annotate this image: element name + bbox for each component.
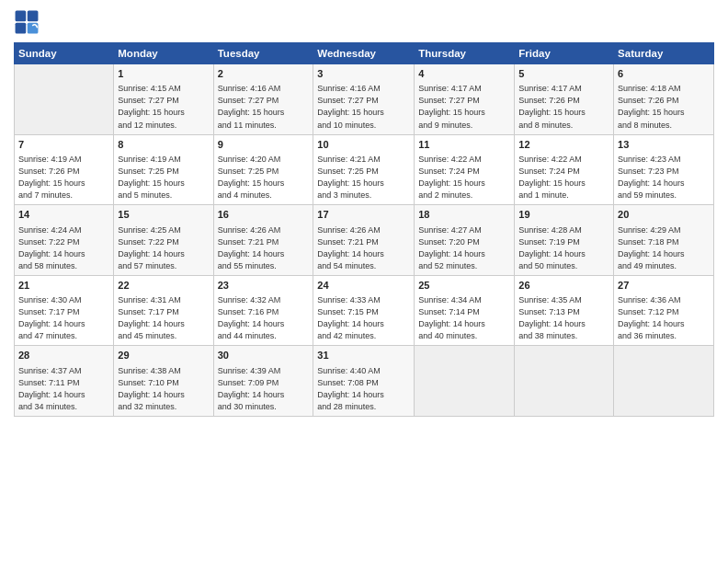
day-number: 20 <box>618 208 710 222</box>
calendar-container: SundayMondayTuesdayWednesdayThursdayFrid… <box>0 0 728 563</box>
calendar-cell: 21Sunrise: 4:30 AM Sunset: 7:17 PM Dayli… <box>15 275 114 346</box>
day-number: 2 <box>218 67 310 81</box>
day-info: Sunrise: 4:29 AM Sunset: 7:18 PM Dayligh… <box>618 224 710 272</box>
day-info: Sunrise: 4:22 AM Sunset: 7:24 PM Dayligh… <box>418 154 510 201</box>
weekday-header: Friday <box>515 43 614 64</box>
day-info: Sunrise: 4:16 AM Sunset: 7:27 PM Dayligh… <box>218 83 310 131</box>
calendar-cell: 19Sunrise: 4:28 AM Sunset: 7:19 PM Dayli… <box>515 205 614 276</box>
calendar-cell <box>614 346 714 417</box>
day-info: Sunrise: 4:26 AM Sunset: 7:21 PM Dayligh… <box>218 224 310 272</box>
calendar-week-row: 7Sunrise: 4:19 AM Sunset: 7:26 PM Daylig… <box>15 134 714 205</box>
day-number: 4 <box>418 67 510 81</box>
day-info: Sunrise: 4:32 AM Sunset: 7:16 PM Dayligh… <box>218 294 310 342</box>
calendar-cell: 11Sunrise: 4:22 AM Sunset: 7:24 PM Dayli… <box>415 134 515 205</box>
day-number: 16 <box>218 208 310 222</box>
day-info: Sunrise: 4:30 AM Sunset: 7:17 PM Dayligh… <box>18 294 109 342</box>
calendar-cell: 28Sunrise: 4:37 AM Sunset: 7:11 PM Dayli… <box>15 346 114 417</box>
day-number: 6 <box>618 67 710 81</box>
day-info: Sunrise: 4:39 AM Sunset: 7:09 PM Dayligh… <box>218 365 310 413</box>
day-number: 12 <box>518 138 609 152</box>
day-number: 21 <box>18 279 109 293</box>
calendar-cell: 24Sunrise: 4:33 AM Sunset: 7:15 PM Dayli… <box>313 275 415 346</box>
calendar-cell: 30Sunrise: 4:39 AM Sunset: 7:09 PM Dayli… <box>213 346 313 417</box>
day-number: 14 <box>18 208 109 222</box>
calendar-cell: 12Sunrise: 4:22 AM Sunset: 7:24 PM Dayli… <box>515 134 614 205</box>
calendar-week-row: 21Sunrise: 4:30 AM Sunset: 7:17 PM Dayli… <box>15 275 714 346</box>
weekday-header: Monday <box>114 43 213 64</box>
day-number: 13 <box>618 138 710 152</box>
day-number: 26 <box>518 279 609 293</box>
calendar-cell: 13Sunrise: 4:23 AM Sunset: 7:23 PM Dayli… <box>614 134 714 205</box>
calendar-cell: 4Sunrise: 4:17 AM Sunset: 7:27 PM Daylig… <box>415 64 515 135</box>
calendar-cell: 29Sunrise: 4:38 AM Sunset: 7:10 PM Dayli… <box>114 346 213 417</box>
day-info: Sunrise: 4:37 AM Sunset: 7:11 PM Dayligh… <box>18 365 109 413</box>
calendar-cell: 9Sunrise: 4:20 AM Sunset: 7:25 PM Daylig… <box>213 134 313 205</box>
day-number: 27 <box>618 279 710 293</box>
day-info: Sunrise: 4:34 AM Sunset: 7:14 PM Dayligh… <box>418 294 510 342</box>
day-info: Sunrise: 4:18 AM Sunset: 7:26 PM Dayligh… <box>618 83 710 131</box>
day-number: 28 <box>18 349 109 362</box>
calendar-cell: 23Sunrise: 4:32 AM Sunset: 7:16 PM Dayli… <box>213 275 313 346</box>
calendar-week-row: 28Sunrise: 4:37 AM Sunset: 7:11 PM Dayli… <box>15 346 714 417</box>
day-number: 29 <box>118 349 209 362</box>
day-info: Sunrise: 4:20 AM Sunset: 7:25 PM Dayligh… <box>218 154 310 201</box>
calendar-cell: 17Sunrise: 4:26 AM Sunset: 7:21 PM Dayli… <box>313 205 415 276</box>
day-number: 22 <box>118 279 209 293</box>
day-info: Sunrise: 4:31 AM Sunset: 7:17 PM Dayligh… <box>118 294 209 342</box>
calendar-cell: 16Sunrise: 4:26 AM Sunset: 7:21 PM Dayli… <box>213 205 313 276</box>
weekday-header-row: SundayMondayTuesdayWednesdayThursdayFrid… <box>15 43 714 64</box>
day-number: 11 <box>418 138 510 152</box>
calendar-cell <box>15 64 114 135</box>
calendar-cell <box>515 346 614 417</box>
day-info: Sunrise: 4:23 AM Sunset: 7:23 PM Dayligh… <box>618 154 710 201</box>
weekday-header: Sunday <box>15 43 114 64</box>
calendar-table: SundayMondayTuesdayWednesdayThursdayFrid… <box>14 42 714 417</box>
calendar-cell: 18Sunrise: 4:27 AM Sunset: 7:20 PM Dayli… <box>415 205 515 276</box>
day-number: 3 <box>317 67 410 81</box>
day-info: Sunrise: 4:24 AM Sunset: 7:22 PM Dayligh… <box>18 224 109 272</box>
calendar-cell: 5Sunrise: 4:17 AM Sunset: 7:26 PM Daylig… <box>515 64 614 135</box>
calendar-cell: 26Sunrise: 4:35 AM Sunset: 7:13 PM Dayli… <box>515 275 614 346</box>
day-number: 7 <box>18 138 109 152</box>
weekday-header: Saturday <box>614 43 714 64</box>
logo-icon <box>14 9 40 35</box>
day-number: 17 <box>317 208 410 222</box>
weekday-header: Tuesday <box>213 43 313 64</box>
day-number: 18 <box>418 208 510 222</box>
calendar-week-row: 1Sunrise: 4:15 AM Sunset: 7:27 PM Daylig… <box>15 64 714 135</box>
day-number: 5 <box>518 67 609 81</box>
day-info: Sunrise: 4:27 AM Sunset: 7:20 PM Dayligh… <box>418 224 510 272</box>
day-info: Sunrise: 4:17 AM Sunset: 7:27 PM Dayligh… <box>418 83 510 131</box>
day-info: Sunrise: 4:38 AM Sunset: 7:10 PM Dayligh… <box>118 365 209 413</box>
calendar-cell: 15Sunrise: 4:25 AM Sunset: 7:22 PM Dayli… <box>114 205 213 276</box>
logo <box>14 9 43 35</box>
weekday-header: Wednesday <box>313 43 415 64</box>
day-info: Sunrise: 4:19 AM Sunset: 7:26 PM Dayligh… <box>18 154 109 201</box>
day-info: Sunrise: 4:15 AM Sunset: 7:27 PM Dayligh… <box>118 83 209 131</box>
day-number: 1 <box>118 67 209 81</box>
calendar-cell: 7Sunrise: 4:19 AM Sunset: 7:26 PM Daylig… <box>15 134 114 205</box>
day-info: Sunrise: 4:25 AM Sunset: 7:22 PM Dayligh… <box>118 224 209 272</box>
day-info: Sunrise: 4:22 AM Sunset: 7:24 PM Dayligh… <box>518 154 609 201</box>
day-number: 24 <box>317 279 410 293</box>
day-number: 19 <box>518 208 609 222</box>
day-info: Sunrise: 4:21 AM Sunset: 7:25 PM Dayligh… <box>317 154 410 201</box>
calendar-cell: 8Sunrise: 4:19 AM Sunset: 7:25 PM Daylig… <box>114 134 213 205</box>
day-info: Sunrise: 4:26 AM Sunset: 7:21 PM Dayligh… <box>317 224 410 272</box>
calendar-cell: 14Sunrise: 4:24 AM Sunset: 7:22 PM Dayli… <box>15 205 114 276</box>
day-number: 9 <box>218 138 310 152</box>
day-number: 23 <box>218 279 310 293</box>
calendar-cell: 22Sunrise: 4:31 AM Sunset: 7:17 PM Dayli… <box>114 275 213 346</box>
day-info: Sunrise: 4:36 AM Sunset: 7:12 PM Dayligh… <box>618 294 710 342</box>
svg-rect-2 <box>16 23 27 34</box>
day-number: 30 <box>218 349 310 362</box>
calendar-cell: 25Sunrise: 4:34 AM Sunset: 7:14 PM Dayli… <box>415 275 515 346</box>
day-info: Sunrise: 4:16 AM Sunset: 7:27 PM Dayligh… <box>317 83 410 131</box>
calendar-cell <box>415 346 515 417</box>
weekday-header: Thursday <box>415 43 515 64</box>
calendar-week-row: 14Sunrise: 4:24 AM Sunset: 7:22 PM Dayli… <box>15 205 714 276</box>
day-info: Sunrise: 4:19 AM Sunset: 7:25 PM Dayligh… <box>118 154 209 201</box>
day-number: 31 <box>317 349 410 362</box>
day-number: 15 <box>118 208 209 222</box>
day-info: Sunrise: 4:28 AM Sunset: 7:19 PM Dayligh… <box>518 224 609 272</box>
